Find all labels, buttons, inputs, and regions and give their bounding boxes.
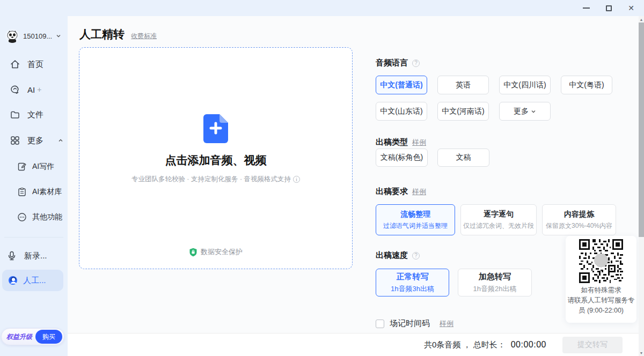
main-content: 人工精转 收费标准 点击添加音频、视频 专业团队多轮校验 · 支持定制化服务 ·… — [68, 16, 639, 356]
language-options-row-2: 中文(山东话) 中文(河南话) 更多 — [376, 102, 551, 121]
contact-card: 如有特殊需求 请联系人工转写服务专 员 (9:00-22:00) — [566, 236, 636, 323]
agent-headset-icon — [8, 275, 18, 286]
submit-button[interactable]: 提交转写 — [562, 337, 623, 353]
titlebar: ✕ — [0, 0, 644, 16]
sidebar-item-more[interactable]: 更多 — [10, 134, 63, 147]
sidebar-item-manual-transcription[interactable]: 人工... — [2, 270, 63, 291]
chevron-down-icon — [531, 109, 536, 114]
sidebar-item-label: 文件 — [27, 110, 43, 120]
requirement-option-verbatim[interactable]: 逐字逐句 仅过滤冗余词、无效片段 — [460, 204, 537, 235]
shield-lock-icon — [189, 248, 197, 257]
sidebar-item-suffix: + — [37, 85, 41, 94]
page-title: 人工精转 — [79, 27, 125, 42]
avatar — [5, 29, 19, 43]
scroll-down-icon[interactable]: ▼ — [639, 350, 644, 356]
section-audio-language: 音频语言 ? — [376, 58, 420, 68]
doc-type-option-roles[interactable]: 文稿(标角色) — [376, 149, 428, 167]
scroll-up-icon[interactable]: ▲ — [639, 16, 644, 23]
minimize-icon[interactable] — [582, 4, 590, 12]
page-header: 人工精转 收费标准 — [79, 27, 157, 42]
language-option-henan[interactable]: 中文(河南话) — [437, 102, 489, 121]
sidebar-item-label: 新录... — [24, 251, 47, 261]
upgrade-banner: 权益升级 购买 — [1, 328, 64, 345]
more-circle-icon — [17, 212, 27, 222]
sidebar-item-home[interactable]: 首页 — [10, 58, 43, 71]
upload-title: 点击添加音频、视频 — [165, 153, 267, 168]
language-option-english[interactable]: 英语 — [437, 76, 489, 94]
info-icon[interactable]: i — [293, 176, 300, 183]
timecode-checkbox[interactable] — [376, 320, 384, 328]
sidebar-item-ai-assets[interactable]: AI素材库 — [17, 186, 62, 198]
scrollbar[interactable]: ▲ ▼ — [639, 16, 644, 356]
sidebar-item-label: AI素材库 — [32, 187, 62, 197]
sidebar-item-label: 更多 — [27, 136, 43, 146]
sidebar: 150109... 首页 AI + 文件 更多 AI写作 — [0, 16, 68, 356]
doc-type-options: 文稿(标角色) 文稿 — [376, 149, 489, 167]
window-controls: ✕ — [582, 0, 635, 16]
contact-caption: 如有特殊需求 请联系人工转写服务专 员 (9:00-22:00) — [568, 285, 635, 316]
home-icon — [10, 59, 20, 70]
account-switcher[interactable]: 150109... — [5, 29, 61, 43]
close-icon[interactable]: ✕ — [627, 4, 635, 12]
security-label: 数据安全保护 — [201, 247, 243, 257]
account-name: 150109... — [23, 32, 52, 40]
sidebar-item-label: 其他功能 — [32, 212, 62, 222]
question-icon[interactable]: ? — [412, 60, 420, 67]
doc-pencil-icon — [17, 162, 27, 172]
sidebar-divider — [4, 237, 63, 238]
speed-options: 正常转写 1h音频3h出稿 加急转写 1h音频2h出稿 — [376, 269, 532, 296]
doc-type-option-plain[interactable]: 文稿 — [437, 149, 489, 167]
ai-chat-icon — [10, 84, 20, 95]
folder-icon — [10, 109, 20, 120]
audio-count-summary: 共0条音频 ， 总时长： — [424, 340, 506, 350]
upgrade-label: 权益升级 — [6, 332, 32, 342]
chevron-down-icon — [56, 33, 61, 39]
chevron-up-icon — [58, 138, 63, 143]
upload-subtitle: 专业团队多轮校验 · 支持定制化服务 · 音视频格式支持 i — [131, 175, 300, 184]
buy-button[interactable]: 购买 — [35, 330, 62, 344]
timecode-row: 场记时间码 样例 — [376, 318, 453, 329]
sidebar-item-ai-writing[interactable]: AI写作 — [17, 160, 54, 173]
language-option-mandarin[interactable]: 中文(普通话) — [376, 76, 427, 94]
grid-icon — [10, 135, 20, 146]
add-file-icon — [203, 114, 228, 143]
sidebar-item-label: 人工... — [23, 276, 46, 286]
speed-option-normal[interactable]: 正常转写 1h音频3h出稿 — [376, 269, 449, 296]
upload-inner: 点击添加音频、视频 专业团队多轮校验 · 支持定制化服务 · 音视频格式支持 i — [79, 114, 352, 184]
sidebar-item-files[interactable]: 文件 — [10, 108, 43, 121]
sidebar-item-other-features[interactable]: 其他功能 — [17, 211, 62, 224]
requirement-option-fluent[interactable]: 流畅整理 过滤语气词并适当整理 — [376, 204, 455, 235]
question-icon[interactable]: ? — [412, 252, 420, 259]
sidebar-item-label: AI写作 — [32, 162, 54, 172]
sidebar-item-label: AI — [27, 85, 35, 94]
requirement-sample-link[interactable]: 样例 — [412, 187, 426, 197]
section-speed: 出稿速度 ? — [376, 250, 420, 261]
language-option-shandong[interactable]: 中文(山东话) — [376, 102, 427, 121]
requirement-option-summary[interactable]: 内容提炼 保留原文30%-40%内容 — [542, 204, 616, 235]
doc-type-sample-link[interactable]: 样例 — [412, 138, 426, 147]
language-option-more[interactable]: 更多 — [499, 102, 551, 121]
footer-bar: 共0条音频 ， 总时长： 00:00:00 提交转写 — [68, 333, 639, 356]
sidebar-item-new-recording[interactable]: 新录... — [6, 249, 47, 262]
qr-code — [579, 239, 623, 283]
requirement-options: 流畅整理 过滤语气词并适当整理 逐字逐句 仅过滤冗余词、无效片段 内容提炼 保留… — [376, 204, 616, 235]
microphone-icon — [6, 250, 17, 261]
pricing-link[interactable]: 收费标准 — [131, 32, 157, 41]
section-doc-type: 出稿类型 样例 — [376, 137, 426, 147]
maximize-icon[interactable] — [604, 4, 613, 12]
timecode-sample-link[interactable]: 样例 — [440, 319, 453, 329]
security-badge: 数据安全保护 — [79, 247, 352, 257]
sidebar-item-ai[interactable]: AI + — [10, 83, 41, 96]
upload-dropzone[interactable]: 点击添加音频、视频 专业团队多轮校验 · 支持定制化服务 · 音视频格式支持 i… — [79, 47, 353, 269]
timecode-label: 场记时间码 — [390, 318, 430, 329]
sidebar-item-label: 首页 — [27, 60, 43, 70]
clipboard-icon — [17, 187, 27, 197]
language-option-cantonese[interactable]: 中文(粤语) — [561, 76, 612, 94]
speed-option-urgent[interactable]: 加急转写 1h音频2h出稿 — [458, 269, 532, 296]
language-option-sichuan[interactable]: 中文(四川话) — [499, 76, 551, 94]
language-options-row-1: 中文(普通话) 英语 中文(四川话) 中文(粤语) — [376, 76, 612, 94]
scrollbar-thumb[interactable] — [639, 23, 644, 237]
section-requirement: 出稿要求 样例 — [376, 187, 426, 197]
total-duration: 00:00:00 — [511, 340, 546, 350]
